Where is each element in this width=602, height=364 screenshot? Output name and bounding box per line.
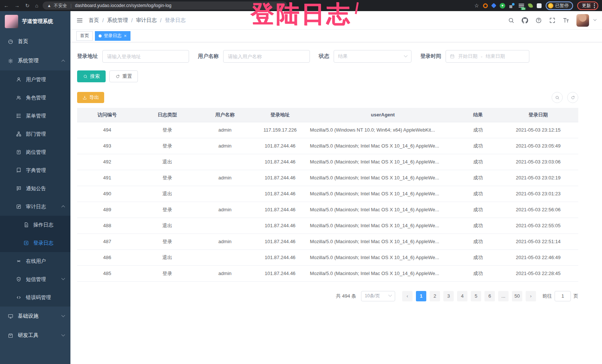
sidebar-item-菜单管理[interactable]: 菜单管理 bbox=[0, 107, 70, 125]
page-size-select[interactable]: 10条/页 bbox=[361, 291, 395, 301]
date-range-picker[interactable]: 开始日期 - 结束日期 bbox=[446, 50, 529, 63]
login-address-input[interactable] bbox=[102, 50, 189, 63]
table-row: 491登录admin101.87.244.46Mozilla/5.0 (Maci… bbox=[77, 170, 578, 186]
extension-heart-icon[interactable]: ♥ bbox=[500, 3, 505, 9]
table-row: 488退出101.87.244.46Mozilla/5.0 (Macintosh… bbox=[77, 218, 578, 234]
reload-icon[interactable]: ↻ bbox=[25, 3, 30, 9]
cell-username: admin bbox=[197, 234, 252, 249]
extension-grey-blue-icon[interactable] bbox=[509, 3, 515, 8]
table-tool-buttons bbox=[552, 92, 578, 103]
code-icon bbox=[16, 295, 22, 301]
page-button-6[interactable]: 6 bbox=[484, 291, 495, 301]
sidebar-item-用户管理[interactable]: 用户管理 bbox=[0, 70, 70, 89]
cell-visit-id: 493 bbox=[77, 138, 137, 154]
goto-label: 前往 bbox=[542, 293, 552, 300]
table-row: 486退出101.87.244.46Mozilla/5.0 (Macintosh… bbox=[77, 249, 578, 265]
address-bar[interactable]: ▲ 不安全 | dashboard.yudao.iocoder.cn/syste… bbox=[43, 1, 287, 10]
sidebar-item-label: 字典管理 bbox=[26, 167, 46, 174]
sidebar-item-角色管理[interactable]: 角色管理 bbox=[0, 89, 70, 107]
browser-menu-icon[interactable] bbox=[594, 3, 595, 8]
cell-login-date: 2021-05-03 22:28:45 bbox=[498, 265, 578, 281]
sidebar-item-首页[interactable]: 首页 bbox=[0, 32, 70, 51]
login-log-table: 访问编号日志类型用户名称登录地址userAgent结果登录日期 494登录adm… bbox=[77, 108, 578, 282]
hamburger-icon[interactable] bbox=[76, 17, 83, 24]
page-button-4[interactable]: 4 bbox=[457, 291, 467, 301]
github-icon[interactable] bbox=[522, 17, 528, 24]
goto-page-input[interactable] bbox=[555, 291, 571, 301]
table-row: 493登录admin101.87.244.46Mozilla/5.0 (Maci… bbox=[77, 138, 578, 154]
cell-username bbox=[197, 249, 252, 265]
page-button-3[interactable]: 3 bbox=[443, 291, 454, 301]
status-select[interactable]: 结果 bbox=[334, 50, 411, 63]
sidebar-item-label: 岗位管理 bbox=[26, 149, 46, 156]
dev-tools-icon bbox=[7, 332, 13, 338]
sidebar-item-错误码管理[interactable]: 错误码管理 bbox=[0, 288, 70, 307]
sidebar-item-字典管理[interactable]: 字典管理 bbox=[0, 161, 70, 179]
sidebar-item-研发工具[interactable]: 研发工具 bbox=[0, 326, 70, 345]
sidebar-item-基础设施[interactable]: 基础设施 bbox=[0, 307, 70, 326]
bookmark-star-icon[interactable]: ☆ bbox=[474, 3, 479, 9]
breadcrumb-item[interactable]: 首页 bbox=[89, 17, 99, 24]
sidebar-item-操作日志[interactable]: 操作日志 bbox=[0, 216, 70, 234]
toggle-search-button[interactable] bbox=[552, 92, 563, 103]
search-icon[interactable] bbox=[508, 17, 515, 24]
browser-chrome: ← → ↻ ⌂ ▲ 不安全 | dashboard.yudao.iocoder.… bbox=[0, 0, 602, 11]
page-button-5[interactable]: 5 bbox=[471, 291, 481, 301]
prev-page-button[interactable]: ‹ bbox=[402, 291, 413, 301]
extensions-puzzle-icon[interactable] bbox=[537, 3, 542, 8]
avatar-caret-down-icon[interactable] bbox=[594, 19, 596, 21]
font-size-icon[interactable] bbox=[563, 17, 569, 24]
app-title: 芋道管理系统 bbox=[22, 18, 53, 25]
cell-login-date: 2021-05-03 22:56:06 bbox=[498, 202, 578, 218]
user-avatar[interactable] bbox=[576, 14, 589, 27]
cell-visit-id: 491 bbox=[77, 170, 137, 186]
cell-visit-id: 486 bbox=[77, 249, 137, 265]
sidebar-item-部门管理[interactable]: 部门管理 bbox=[0, 125, 70, 143]
table-row: 487登录admin101.87.244.46Mozilla/5.0 (Maci… bbox=[77, 234, 578, 249]
next-page-button[interactable]: › bbox=[526, 291, 536, 301]
sidebar-item-通知公告[interactable]: 通知公告 bbox=[0, 179, 70, 198]
cell-visit-id: 494 bbox=[77, 122, 137, 138]
magnifier-icon bbox=[555, 95, 560, 100]
extension-orange-icon[interactable] bbox=[483, 3, 488, 8]
sidebar-item-审计日志[interactable]: 审计日志 bbox=[0, 198, 70, 216]
refresh-table-button[interactable] bbox=[567, 92, 578, 103]
extension-gem-icon[interactable] bbox=[491, 3, 496, 8]
cell-result: 成功 bbox=[458, 202, 498, 218]
export-button[interactable]: 导出 bbox=[77, 92, 104, 103]
online-users-icon bbox=[16, 258, 22, 264]
sidebar-logo[interactable]: 芋道管理系统 bbox=[0, 11, 70, 32]
sidebar-item-label: 角色管理 bbox=[26, 95, 46, 101]
column-header-result: 结果 bbox=[458, 108, 498, 122]
sidebar-item-在线用户[interactable]: 在线用户 bbox=[0, 252, 70, 270]
sidebar-item-短信管理[interactable]: 短信管理 bbox=[0, 270, 70, 288]
paused-badge[interactable]: 已暂停 bbox=[546, 1, 573, 10]
home-icon[interactable]: ⌂ bbox=[35, 3, 38, 9]
page-ellipsis[interactable]: ... bbox=[498, 291, 509, 301]
refresh-icon bbox=[115, 74, 120, 79]
sidebar-item-登录日志[interactable]: 登录日志 bbox=[0, 234, 70, 252]
page-button-1[interactable]: 1 bbox=[416, 291, 426, 301]
sidebar-item-系统管理[interactable]: 系统管理 bbox=[0, 51, 70, 70]
user-icon bbox=[16, 77, 22, 83]
update-badge[interactable]: 更新 bbox=[577, 1, 598, 10]
sidebar-item-岗位管理[interactable]: 岗位管理 bbox=[0, 143, 70, 161]
reset-button[interactable]: 重置 bbox=[109, 70, 138, 82]
forward-icon[interactable]: → bbox=[14, 3, 20, 9]
tag-close-icon[interactable]: × bbox=[124, 33, 127, 38]
extension-rocket-icon[interactable] bbox=[528, 3, 533, 8]
search-button[interactable]: 搜索 bbox=[77, 70, 106, 82]
fullscreen-icon[interactable] bbox=[549, 17, 556, 24]
help-icon[interactable] bbox=[535, 17, 542, 24]
tag-登录日志[interactable]: 登录日志× bbox=[95, 31, 130, 41]
username-input[interactable] bbox=[223, 50, 310, 63]
breadcrumb-item[interactable]: 审计日志 bbox=[136, 17, 157, 24]
cell-log-type: 登录 bbox=[137, 138, 197, 154]
page-button-50[interactable]: 50 bbox=[512, 291, 522, 301]
back-icon[interactable]: ← bbox=[4, 3, 9, 9]
dict-icon bbox=[16, 168, 22, 173]
tag-首页[interactable]: 首页 bbox=[76, 31, 93, 41]
breadcrumb-item[interactable]: 系统管理 bbox=[107, 17, 128, 24]
page-button-2[interactable]: 2 bbox=[430, 291, 440, 301]
extension-list-icon[interactable]: on bbox=[519, 3, 524, 8]
